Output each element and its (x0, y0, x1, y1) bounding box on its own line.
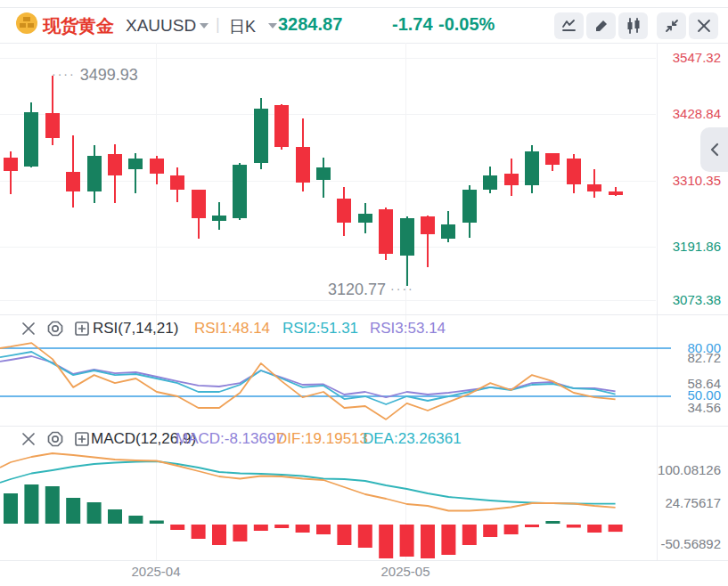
time-axis-label: 2025-05 (380, 564, 429, 579)
macd-histogram-bar (587, 525, 601, 533)
macd-histogram-bar (150, 521, 164, 525)
rsi-axis-label: 34.56 (687, 400, 721, 416)
candlestick (170, 175, 184, 190)
price-axis-label: 3073.38 (673, 292, 721, 308)
rsi-plot[interactable] (0, 337, 728, 426)
candle-wick (593, 169, 595, 198)
rsi1-readout: RSI1:48.14 (194, 320, 270, 338)
main-chart-plot[interactable] (0, 0, 656, 314)
macd-histogram-bar (128, 516, 143, 524)
rsi-title: RSI(7,14,21) (93, 320, 178, 338)
macd-histogram-bar (379, 525, 393, 558)
macd-histogram-bar (108, 509, 122, 524)
macd-histogram-bar (316, 525, 331, 534)
candlestick (587, 184, 601, 191)
macd-histogram-bar (400, 525, 414, 557)
candlestick (108, 154, 122, 175)
rsi1-line (0, 343, 616, 419)
candlestick (379, 209, 393, 254)
plus-box-icon (74, 321, 90, 337)
high-price-label: 3499.93 (80, 66, 138, 84)
macd-histogram-bar (45, 486, 60, 524)
candlestick (45, 113, 60, 138)
macd-histogram-bar (567, 525, 581, 528)
candlestick (87, 156, 102, 191)
candlestick (337, 199, 351, 223)
macd-histogram-bar (212, 525, 226, 545)
macd-histogram-bar (545, 521, 560, 524)
macd-histogram-bar (462, 525, 477, 545)
macd-histogram-bar (4, 493, 18, 524)
price-axis-label: 3547.32 (673, 50, 721, 66)
candlestick (441, 224, 455, 239)
rsi-axis-label: 82.72 (687, 350, 721, 366)
low-price-label: 3120.77 (328, 281, 386, 298)
candlestick (483, 175, 497, 190)
candlestick (504, 174, 519, 185)
macd-histogram-bar (24, 484, 38, 524)
macd-histogram-bar (87, 502, 102, 524)
candlestick (274, 105, 289, 147)
low-price-annotation: 3120.77 ···· (328, 281, 414, 299)
macd-axis-label: 24.75617 (665, 495, 721, 511)
macd-plot[interactable] (0, 441, 728, 560)
macd-histogram-bar (504, 525, 519, 534)
rsi2-readout: RSI2:51.31 (282, 320, 358, 338)
gold-chart-widget: 现货黄金 XAUUSD | 日K 3284.87 -1.74 -0.05% (0, 0, 728, 586)
macd-histogram-bar (441, 525, 455, 555)
rsi-panel-divider (0, 314, 728, 315)
candlestick (567, 159, 581, 184)
collapse-button[interactable] (657, 12, 686, 39)
collapse-icon (663, 17, 681, 35)
candlestick (421, 216, 435, 234)
candlestick (212, 216, 226, 221)
macd-axis-label: -50.56892 (660, 536, 721, 552)
macd-histogram-bar (192, 525, 206, 539)
macd-histogram-bar (525, 525, 539, 527)
price-axis-label: 3310.35 (673, 173, 721, 189)
macd-histogram-bar (337, 525, 351, 545)
close-icon (695, 17, 713, 35)
candlestick (462, 190, 477, 223)
candlestick (66, 172, 80, 191)
dea-line (0, 461, 616, 504)
macd-histogram-bar (421, 525, 435, 558)
close-widget-button[interactable] (689, 12, 718, 39)
macd-axis-label: 100.08126 (658, 462, 721, 478)
gear-icon (46, 320, 64, 338)
macd-histogram-bar (483, 525, 497, 537)
macd-histogram-bar (296, 525, 310, 533)
candlestick (4, 158, 18, 171)
candlestick (400, 218, 414, 256)
macd-histogram-bar (66, 498, 80, 524)
chevron-left-icon (709, 142, 720, 157)
candlestick (296, 147, 310, 183)
candlestick (254, 109, 268, 163)
macd-histogram-bar (233, 525, 247, 541)
macd-histogram-bar (609, 525, 623, 532)
high-price-annotation: ···· 3499.93 (52, 66, 138, 85)
macd-histogram-bar (254, 525, 268, 531)
candlestick (128, 159, 143, 169)
candlestick (24, 112, 38, 167)
macd-histogram-bar (358, 525, 372, 548)
panel-collapse-tab[interactable] (700, 127, 728, 172)
dotted-connector: ···· (390, 281, 414, 296)
time-axis-divider (0, 560, 728, 561)
macd-histogram-bar (274, 525, 289, 528)
candlestick (192, 190, 206, 218)
rsi3-readout: RSI3:53.14 (370, 320, 446, 338)
price-axis-label: 3428.84 (673, 106, 721, 122)
macd-panel-divider (0, 426, 728, 427)
close-icon (20, 321, 37, 337)
candlestick (150, 159, 164, 174)
candlestick (358, 214, 372, 223)
candlestick (609, 191, 623, 195)
candlestick (233, 165, 247, 218)
time-axis-label: 2025-04 (131, 564, 180, 579)
candlestick (316, 167, 331, 180)
candlestick (545, 153, 560, 165)
dotted-connector: ···· (52, 67, 76, 81)
price-axis-label: 3191.86 (673, 239, 721, 255)
macd-histogram-bar (170, 525, 184, 530)
